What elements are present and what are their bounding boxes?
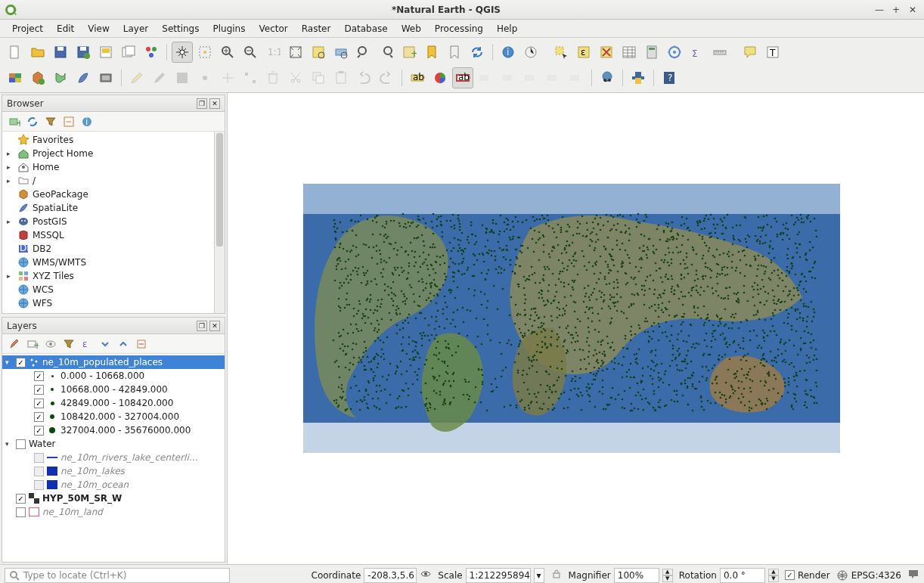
layer-row[interactable]: ne_10m_rivers_lake_centerli… [2, 451, 225, 464]
browser-item[interactable]: ▸Project Home [2, 147, 225, 160]
layer-row[interactable]: ne_10m_ocean [2, 478, 225, 492]
metasearch-button[interactable] [597, 67, 618, 88]
highlight-label-button[interactable]: abc [452, 67, 473, 88]
zoom-out-button[interactable] [240, 42, 261, 63]
browser-panel-close-button[interactable]: ✕ [209, 98, 220, 109]
expander-icon[interactable]: ▸ [7, 218, 14, 225]
menu-plugins[interactable]: Plugins [206, 22, 251, 36]
label-tool-button[interactable]: abc [407, 67, 428, 88]
show-bookmarks-button[interactable] [444, 42, 465, 63]
diagram-button[interactable] [429, 67, 451, 88]
layers-expand-icon[interactable] [98, 336, 113, 352]
browser-item[interactable]: DB2DB2 [2, 242, 225, 256]
layer-row[interactable]: ✓10668.000 - 42849.000 [2, 383, 225, 396]
save-edits-button[interactable] [149, 67, 170, 88]
lock-scale-icon[interactable] [550, 568, 563, 582]
menu-web[interactable]: Web [395, 22, 427, 36]
window-maximize-button[interactable]: + [889, 5, 903, 15]
layer-visibility-checkbox[interactable]: ✓ [16, 358, 26, 367]
select-by-value-button[interactable]: ε [573, 42, 594, 63]
save-project-as-button[interactable] [73, 42, 94, 63]
zoom-full-button[interactable] [285, 42, 306, 63]
browser-item[interactable]: ▸Home [2, 160, 225, 174]
messages-icon[interactable] [907, 568, 919, 582]
zoom-layer-button[interactable] [330, 42, 352, 63]
new-map-view-button[interactable]: + [398, 42, 420, 63]
new-print-layout-button[interactable] [95, 42, 116, 63]
browser-item[interactable]: WCS [2, 283, 225, 296]
expander-icon[interactable]: ▸ [7, 177, 14, 185]
browser-item[interactable]: ▸PostGIS [2, 215, 225, 228]
browser-item[interactable]: ▸/ [2, 174, 225, 188]
layer-row[interactable]: ▾Water [2, 437, 225, 451]
measure-button[interactable] [709, 42, 730, 63]
new-virtual-layer-button[interactable] [95, 67, 116, 88]
deselect-button[interactable] [596, 42, 617, 63]
menu-database[interactable]: Database [338, 22, 393, 36]
zoom-next-button[interactable] [376, 42, 397, 63]
layer-row[interactable]: ▾✓ne_10m_populated_places [2, 355, 225, 369]
toggle-editing-button[interactable] [126, 67, 147, 88]
show-label-button[interactable] [498, 67, 519, 88]
layer-visibility-checkbox[interactable] [34, 453, 44, 463]
zoom-in-button[interactable] [217, 42, 238, 63]
menu-project[interactable]: Project [6, 22, 49, 36]
menu-raster[interactable]: Raster [296, 22, 337, 36]
browser-item[interactable]: SpatiaLite [2, 201, 225, 215]
python-console-button[interactable] [628, 67, 649, 88]
layers-panel-close-button[interactable]: ✕ [209, 321, 220, 331]
layer-row[interactable]: ✓0.000 - 10668.000 [2, 369, 225, 383]
zoom-selection-button[interactable] [308, 42, 329, 63]
expander-icon[interactable]: ▸ [7, 272, 14, 280]
layout-manager-button[interactable] [118, 42, 139, 63]
scale-dropdown-button[interactable]: ▾ [534, 568, 544, 583]
pan-map-button[interactable] [172, 42, 193, 63]
paste-features-button[interactable] [330, 67, 352, 88]
new-bookmark-button[interactable] [421, 42, 442, 63]
menu-layer[interactable]: Layer [117, 22, 154, 36]
expander-icon[interactable]: ▾ [5, 358, 13, 366]
browser-filter-icon[interactable] [43, 114, 58, 129]
new-geopackage-button[interactable] [27, 67, 48, 88]
rotate-label-button[interactable] [543, 67, 564, 88]
map-canvas[interactable] [227, 93, 924, 564]
browser-tree[interactable]: Favorites▸Project Home▸Home▸/GeoPackageS… [2, 132, 225, 313]
scale-input[interactable]: 1:212295894 [466, 568, 531, 583]
add-feature-button[interactable] [194, 67, 215, 88]
browser-item[interactable]: WFS [2, 296, 225, 310]
browser-properties-icon[interactable]: i [79, 114, 95, 129]
attribute-table-button[interactable] [619, 42, 640, 63]
crs-field[interactable]: EPSG:4326 [836, 569, 901, 581]
new-shapefile-button[interactable] [50, 67, 71, 88]
identify-button[interactable]: i [498, 42, 519, 63]
layer-visibility-checkbox[interactable]: ✓ [34, 398, 44, 408]
node-tool-button[interactable] [240, 67, 261, 88]
browser-scrollbar[interactable] [214, 132, 225, 313]
coordinate-input[interactable]: -208.3,5.6 [364, 568, 417, 583]
undo-button[interactable] [353, 67, 374, 88]
field-calculator-button[interactable] [641, 42, 662, 63]
rotation-input[interactable]: 0.0 ° [720, 568, 765, 583]
menu-edit[interactable]: Edit [51, 22, 80, 36]
new-project-button[interactable] [5, 42, 26, 63]
layer-visibility-checkbox[interactable] [34, 480, 44, 490]
layer-row[interactable]: ✓HYP_50M_SR_W [2, 492, 225, 505]
move-feature-button[interactable] [217, 67, 238, 88]
layer-visibility-checkbox[interactable]: ✓ [34, 426, 44, 436]
data-source-manager-button[interactable] [5, 67, 26, 88]
layer-visibility-checkbox[interactable] [16, 439, 26, 449]
window-minimize-button[interactable]: — [873, 5, 886, 15]
menu-help[interactable]: Help [491, 22, 523, 36]
action-button[interactable] [520, 42, 541, 63]
browser-item[interactable]: Favorites [2, 133, 225, 147]
pan-to-selection-button[interactable] [194, 42, 215, 63]
menu-view[interactable]: View [82, 22, 115, 36]
layers-panel-float-button[interactable]: ❐ [197, 321, 207, 331]
layers-tree[interactable]: ▾✓ne_10m_populated_places✓0.000 - 10668.… [2, 354, 225, 562]
layer-row[interactable]: ne_10m_lakes [2, 464, 225, 478]
window-close-button[interactable]: ✕ [906, 5, 919, 15]
browser-item[interactable]: MSSQL [2, 228, 225, 242]
redo-button[interactable] [376, 67, 397, 88]
new-spatialite-button[interactable] [73, 67, 94, 88]
layer-row[interactable]: ✓108420.000 - 327004.000 [2, 410, 225, 423]
